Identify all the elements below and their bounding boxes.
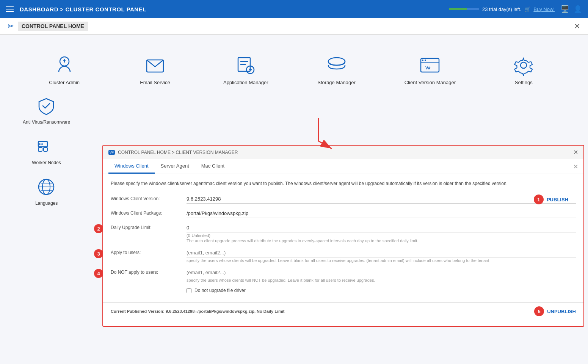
hamburger-menu[interactable]: [6, 6, 14, 12]
sidebar-item-application-manager[interactable]: Application Manager: [223, 54, 268, 85]
unpublish-button[interactable]: 5 UNPUBLISH: [534, 306, 576, 316]
svg-text:V#: V#: [425, 66, 430, 70]
package-input-area: [187, 209, 576, 218]
apply-users-input[interactable]: [187, 248, 576, 257]
antivirus-icon: [36, 96, 57, 116]
svg-point-21: [41, 143, 43, 145]
not-apply-input-area: specify the users whose clients will NOT…: [187, 268, 576, 282]
settings-icon: [512, 54, 535, 77]
breadcrumb-title: CONTROL PANEL HOME: [18, 22, 88, 31]
buy-now-link[interactable]: Buy Now!: [533, 6, 555, 12]
languages-icon: [36, 177, 57, 198]
user-icon-button[interactable]: 👤: [574, 5, 582, 13]
package-input[interactable]: [187, 209, 576, 218]
apply-users-row: 3 Apply to users: specify the users whos…: [111, 248, 576, 263]
not-apply-hint: specify the users whose clients will NOT…: [187, 278, 576, 282]
tab-panel-close[interactable]: ✕: [573, 163, 578, 170]
publish-button[interactable]: 1 PUBLISH: [534, 195, 568, 204]
version-input-area: [187, 195, 576, 204]
checkbox-row: Do not upgrade file driver: [187, 288, 576, 293]
main-content: Cluster Admin Email Service Application …: [0, 35, 588, 364]
settings-label: Settings: [515, 80, 533, 85]
publish-badge: 1: [534, 195, 544, 204]
breadcrumb-close-button[interactable]: ✕: [574, 22, 580, 31]
version-row-container: Windows Client Version: 1 PUBLISH: [111, 195, 576, 204]
svg-rect-18: [38, 147, 42, 151]
not-apply-input[interactable]: [187, 268, 576, 277]
footer-version-prefix: Current Published Version:: [111, 309, 165, 314]
tab-windows-client[interactable]: Windows Client: [108, 159, 155, 174]
tabs: Windows Client Server Agent Mac Client: [108, 159, 230, 174]
modal-footer: Current Published Version: 9.6.2523.4129…: [103, 302, 583, 320]
apply-users-hint: specify the users whose clients will be …: [187, 258, 576, 263]
unpublish-badge: 5: [534, 306, 544, 316]
antivirus-label: Anti Virus/Ransomware: [23, 119, 70, 125]
not-apply-users-row: 4 Do NOT apply to users: specify the use…: [111, 268, 576, 282]
email-service-icon: [144, 54, 166, 77]
application-manager-icon: [234, 54, 257, 77]
version-input[interactable]: [187, 195, 576, 204]
sidebar-item-cluster-admin[interactable]: Cluster Admin: [42, 54, 87, 85]
client-version-manager-label: Client Version Manager: [405, 80, 456, 85]
sidebar-item-antivirus[interactable]: Anti Virus/Ransomware: [23, 96, 70, 125]
sidebar-item-storage-manager[interactable]: Storage Manager: [314, 54, 359, 85]
client-version-manager-modal: V# CONTROL PANEL HOME > CLIENT VERSION M…: [102, 145, 584, 327]
svg-point-14: [425, 60, 426, 61]
breadcrumb-bar: ✂ CONTROL PANEL HOME ✕: [0, 18, 588, 35]
daily-limit-input[interactable]: [187, 223, 576, 232]
publish-label: PUBLISH: [547, 197, 568, 202]
checkbox-label: Do not upgrade file driver: [194, 288, 246, 293]
breadcrumb-content: ✂ CONTROL PANEL HOME: [8, 22, 88, 31]
unpublish-label: UNPUBLISH: [547, 309, 576, 314]
badge-4: 4: [94, 269, 103, 278]
sidebar-item-languages[interactable]: Languages: [35, 177, 58, 206]
tab-server-agent[interactable]: Server Agent: [155, 159, 195, 174]
modal-header-breadcrumb: V# CONTROL PANEL HOME > CLIENT VERSION M…: [108, 150, 238, 155]
svg-point-13: [422, 60, 423, 61]
cart-icon: 🛒: [524, 6, 530, 12]
badge-3: 3: [94, 249, 103, 258]
daily-limit-row: 2 Daily Upgrade Limit: (0-Unlimited) The…: [111, 223, 576, 243]
wrench-icon: ✂: [8, 22, 14, 31]
tab-mac-client[interactable]: Mac Client: [195, 159, 230, 174]
trial-progress-fill: [449, 8, 467, 10]
modal-body: Please specify the windows client/server…: [103, 174, 583, 299]
daily-limit-input-area: (0-Unlimited) The auto client upgrade pr…: [187, 223, 576, 243]
storage-manager-icon: [325, 54, 348, 77]
topbar: DASHBOARD > CLUSTER CONTROL PANEL 23 tri…: [0, 0, 588, 18]
cloud-icon-button[interactable]: 🖥️: [561, 5, 569, 13]
svg-point-16: [521, 62, 527, 68]
apply-users-label: Apply to users:: [111, 248, 187, 255]
sidebar-item-email-service[interactable]: Email Service: [132, 54, 178, 85]
not-apply-label: Do NOT apply to users:: [111, 268, 187, 275]
cluster-admin-icon: [53, 54, 76, 77]
svg-point-20: [39, 143, 41, 145]
version-label: Windows Client Version:: [111, 195, 187, 201]
sidebar-item-settings[interactable]: Settings: [501, 54, 546, 85]
footer-version-text: Current Published Version: 9.6.2523.4129…: [111, 309, 284, 314]
tabs-container: Windows Client Server Agent Mac Client ✕: [103, 159, 583, 174]
trial-progress-bar: [449, 8, 479, 10]
trial-bar: 23 trial day(s) left. 🛒 Buy Now!: [449, 6, 555, 12]
sidebar-item-worker-nodes[interactable]: Worker Nodes: [32, 136, 61, 165]
daily-limit-hint1: (0-Unlimited): [187, 233, 576, 238]
email-service-label: Email Service: [140, 80, 170, 85]
storage-manager-label: Storage Manager: [317, 80, 355, 85]
description-text: Please specify the windows client/server…: [111, 180, 576, 187]
cluster-admin-label: Cluster Admin: [49, 80, 80, 85]
topbar-right: 23 trial day(s) left. 🛒 Buy Now! 🖥️ 👤: [449, 5, 582, 13]
worker-nodes-label: Worker Nodes: [32, 160, 61, 165]
svg-rect-19: [44, 147, 47, 151]
apply-users-input-area: specify the users whose clients will be …: [187, 248, 576, 263]
languages-label: Languages: [35, 201, 58, 206]
modal-header: V# CONTROL PANEL HOME > CLIENT VERSION M…: [103, 146, 583, 159]
application-manager-label: Application Manager: [223, 80, 268, 85]
modal-close-button[interactable]: ✕: [573, 149, 578, 156]
no-upgrade-driver-checkbox[interactable]: [187, 288, 191, 293]
daily-limit-hint2: The auto client upgrade process will dis…: [187, 238, 576, 243]
topbar-title: DASHBOARD > CLUSTER CONTROL PANEL: [20, 6, 146, 13]
sidebar-item-client-version-manager[interactable]: V# Client Version Manager: [405, 54, 456, 85]
version-form-row: Windows Client Version:: [111, 195, 576, 204]
worker-nodes-icon: [36, 136, 57, 157]
package-form-row: Windows Client Package:: [111, 209, 576, 218]
